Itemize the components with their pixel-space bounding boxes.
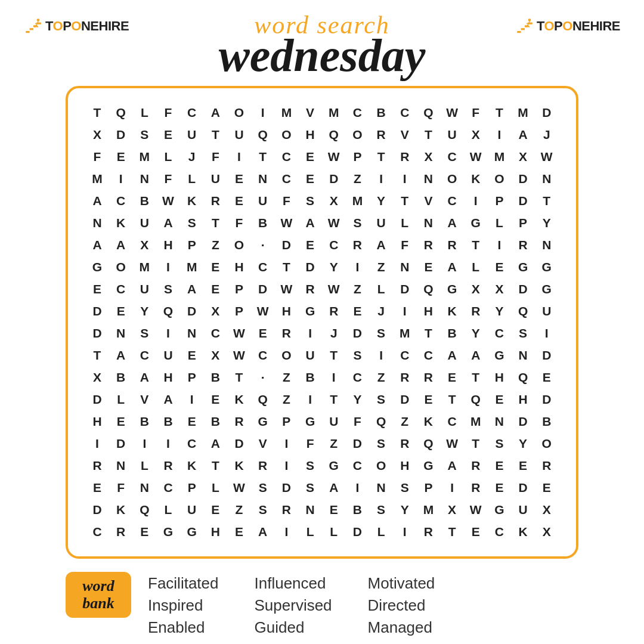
grid-cell: A: [181, 278, 203, 300]
grid-cell: W: [441, 433, 463, 454]
grid-row: ACBWKREUFSXMYTVCIPDT: [86, 190, 558, 212]
grid-cell: L: [370, 521, 392, 543]
grid-cell: C: [275, 146, 298, 168]
grid-cell: I: [299, 323, 321, 344]
grid-cell: G: [417, 455, 439, 476]
grid-cell: T: [323, 389, 345, 410]
word-bank-words: FacilitatedInspiredEnabledInfluencedSupe…: [148, 572, 578, 637]
grid-cell: R: [275, 499, 298, 521]
grid-cell: N: [110, 323, 132, 344]
grid-cell: D: [323, 168, 345, 190]
grid-cell: G: [441, 278, 463, 300]
grid-cell: Z: [394, 411, 416, 432]
grid-cell: X: [86, 367, 109, 388]
grid-cell: D: [394, 278, 416, 300]
grid-cell: E: [417, 256, 439, 278]
grid-cell: K: [181, 190, 203, 212]
grid-cell: D: [512, 168, 534, 190]
grid-cell: R: [299, 278, 321, 300]
grid-cell: W: [323, 146, 345, 168]
grid-cell: L: [157, 146, 179, 168]
grid-cell: A: [441, 256, 463, 278]
grid-row: DEYQDXPWHGREJIHKRYQU: [86, 301, 558, 322]
grid-cell: A: [465, 345, 487, 366]
grid-cell: N: [86, 212, 109, 234]
grid-cell: D: [346, 521, 369, 543]
grid-cell: W: [465, 146, 487, 168]
grid-cell: I: [252, 102, 274, 123]
grid-cell: P: [181, 367, 203, 388]
grid-cell: D: [299, 256, 321, 278]
grid-cell: T: [204, 212, 227, 234]
grid-cell: K: [110, 499, 132, 521]
grid-row: MINFLUENCEDZIINOKODN: [86, 168, 558, 190]
grid-row: NKUASTFBWAWSULNAGLPY: [86, 212, 558, 234]
grid-cell: Y: [346, 389, 369, 410]
grid-cell: R: [441, 234, 463, 256]
grid-cell: Q: [252, 389, 274, 410]
grid-cell: H: [86, 411, 109, 432]
grid-cell: S: [299, 190, 321, 212]
grid-cell: F: [204, 146, 227, 168]
grid-cell: C: [157, 477, 179, 499]
grid-cell: G: [252, 411, 274, 432]
grid-cell: X: [204, 345, 227, 366]
grid-cell: A: [441, 212, 463, 234]
grid-cell: U: [370, 212, 392, 234]
grid-cell: F: [299, 433, 321, 454]
grid-cell: N: [512, 345, 534, 366]
grid-cell: L: [488, 212, 510, 234]
grid-cell: T: [86, 102, 109, 123]
grid-cell: X: [133, 234, 156, 256]
grid-cell: D: [86, 301, 109, 322]
grid-cell: G: [181, 521, 203, 543]
grid-cell: W: [228, 345, 250, 366]
grid-cell: F: [394, 234, 416, 256]
grid-cell: N: [110, 455, 132, 476]
grid-cell: B: [204, 367, 227, 388]
word-item: Facilitated: [148, 574, 219, 593]
grid-cell: I: [394, 521, 416, 543]
grid-cell: M: [512, 102, 534, 123]
svg-rect-9: [517, 31, 521, 33]
grid-cell: L: [394, 212, 416, 234]
grid-cell: U: [252, 190, 274, 212]
grid-cell: O: [488, 168, 510, 190]
grid-cell: G: [535, 278, 558, 300]
grid-cell: O: [370, 455, 392, 476]
word-item: Supervised: [255, 596, 332, 615]
grid-cell: W: [465, 499, 487, 521]
grid-cell: E: [535, 477, 558, 499]
grid-cell: F: [275, 190, 298, 212]
grid-cell: C: [110, 190, 132, 212]
grid-cell: C: [323, 234, 345, 256]
grid-cell: I: [535, 323, 558, 344]
grid-cell: V: [417, 190, 439, 212]
grid-cell: A: [204, 102, 227, 123]
grid-cell: D: [252, 278, 274, 300]
grid-cell: S: [512, 323, 534, 344]
grid-cell: L: [204, 477, 227, 499]
grid-cell: E: [181, 345, 203, 366]
grid-cell: S: [346, 212, 369, 234]
grid-cell: V: [394, 124, 416, 145]
grid-cell: E: [86, 278, 109, 300]
grid-cell: O: [228, 102, 250, 123]
grid-cell: R: [275, 323, 298, 344]
grid-cell: Z: [275, 367, 298, 388]
word-bank-badge: word bank: [66, 572, 131, 618]
grid-cell: T: [465, 234, 487, 256]
grid-cell: K: [181, 455, 203, 476]
grid-cell: J: [323, 323, 345, 344]
grid-cell: I: [441, 477, 463, 499]
grid-cell: A: [370, 234, 392, 256]
grid-cell: C: [441, 146, 463, 168]
grid-cell: M: [417, 499, 439, 521]
grid-cell: D: [228, 433, 250, 454]
grid-cell: P: [181, 234, 203, 256]
grid-cell: G: [323, 455, 345, 476]
grid-row: HEBBEBRGPGUFQZKCMNDB: [86, 411, 558, 432]
grid-row: GOMIMEHCTDYIZNEALEGG: [86, 256, 558, 278]
grid-cell: C: [394, 102, 416, 123]
grid-cell: Z: [346, 278, 369, 300]
